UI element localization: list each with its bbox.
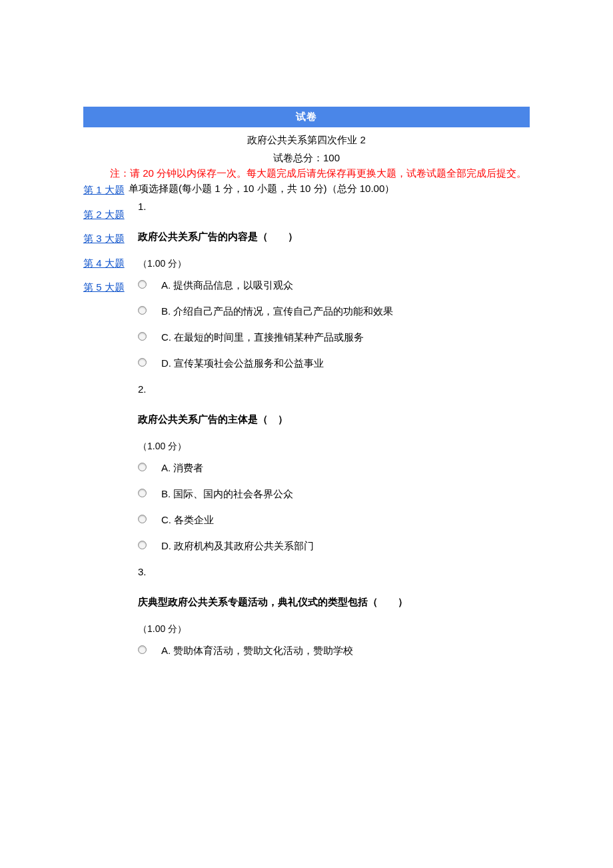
question-points: （1.00 分） (138, 441, 530, 453)
radio-icon[interactable] (138, 515, 147, 523)
option-text: C. 各类企业 (161, 514, 214, 527)
nav-link-section-3[interactable]: 第 3 大题 (83, 231, 127, 247)
option-row[interactable]: A. 消费者 (138, 462, 530, 475)
exam-title: 政府公共关系第四次作业 2 (83, 127, 530, 149)
question-number: 1. (138, 201, 530, 212)
section-nav: 第 1 大题 第 2 大题 第 3 大题 第 4 大题 第 5 大题 (83, 183, 127, 305)
radio-icon[interactable] (138, 358, 147, 367)
option-row[interactable]: B. 国际、国内的社会各界公众 (138, 488, 530, 501)
option-text: A. 消费者 (161, 462, 203, 475)
question-block: 2. 政府公共关系广告的主体是（ ） （1.00 分） A. 消费者 B. 国际… (129, 383, 530, 553)
option-text: C. 在最短的时间里，直接推销某种产品或服务 (161, 331, 364, 344)
radio-icon[interactable] (138, 463, 147, 471)
radio-icon[interactable] (138, 306, 147, 315)
option-text: B. 国际、国内的社会各界公众 (161, 488, 293, 501)
body-layout: 第 1 大题 第 2 大题 第 3 大题 第 4 大题 第 5 大题 单项选择题… (83, 183, 530, 671)
option-row[interactable]: C. 各类企业 (138, 514, 530, 527)
radio-icon[interactable] (138, 541, 147, 549)
option-text: D. 宣传某项社会公益服务和公益事业 (161, 357, 324, 370)
nav-link-section-2[interactable]: 第 2 大题 (83, 207, 127, 223)
option-row[interactable]: C. 在最短的时间里，直接推销某种产品或服务 (138, 331, 530, 344)
option-text: A. 提供商品信息，以吸引观众 (161, 279, 293, 292)
option-text: B. 介绍自己产品的情况，宣传自己产品的功能和效果 (161, 305, 393, 318)
exam-page: 试卷 政府公共关系第四次作业 2 试卷总分：100 注：请 20 分钟以内保存一… (0, 0, 613, 724)
question-points: （1.00 分） (138, 258, 530, 270)
radio-icon[interactable] (138, 489, 147, 497)
option-row[interactable]: A. 赞助体育活动，赞助文化活动，赞助学校 (138, 645, 530, 657)
radio-icon[interactable] (138, 280, 147, 289)
nav-link-section-5[interactable]: 第 5 大题 (83, 280, 127, 295)
question-points: （1.00 分） (138, 623, 530, 635)
question-block: 1. 政府公共关系广告的内容是（ ） （1.00 分） A. 提供商品信息，以吸… (129, 201, 530, 370)
option-text: D. 政府机构及其政府公共关系部门 (161, 540, 314, 553)
option-row[interactable]: A. 提供商品信息，以吸引观众 (138, 279, 530, 292)
nav-link-section-4[interactable]: 第 4 大题 (83, 256, 127, 271)
nav-link-section-1[interactable]: 第 1 大题 (83, 183, 127, 198)
question-stem: 庆典型政府公共关系专题活动，典礼仪式的类型包括（ ） (138, 596, 530, 609)
option-row[interactable]: D. 宣传某项社会公益服务和公益事业 (138, 357, 530, 370)
total-score: 试卷总分：100 (83, 149, 530, 167)
question-number: 2. (138, 383, 530, 395)
content-area: 单项选择题(每小题 1 分，10 小题，共 10 分)（总分 10.00） 1.… (127, 183, 530, 671)
section-heading: 单项选择题(每小题 1 分，10 小题，共 10 分)（总分 10.00） (129, 183, 530, 195)
option-text: A. 赞助体育活动，赞助文化活动，赞助学校 (161, 645, 353, 657)
notice-text: 注：请 20 分钟以内保存一次。每大题完成后请先保存再更换大题，试卷试题全部完成… (83, 167, 530, 180)
header-bar: 试卷 (83, 107, 530, 127)
option-row[interactable]: B. 介绍自己产品的情况，宣传自己产品的功能和效果 (138, 305, 530, 318)
question-stem: 政府公共关系广告的内容是（ ） (138, 231, 530, 243)
question-stem: 政府公共关系广告的主体是（ ） (138, 413, 530, 426)
question-number: 3. (138, 566, 530, 577)
option-row[interactable]: D. 政府机构及其政府公共关系部门 (138, 540, 530, 553)
radio-icon[interactable] (138, 332, 147, 341)
radio-icon[interactable] (138, 645, 147, 654)
question-block: 3. 庆典型政府公共关系专题活动，典礼仪式的类型包括（ ） （1.00 分） A… (129, 566, 530, 657)
